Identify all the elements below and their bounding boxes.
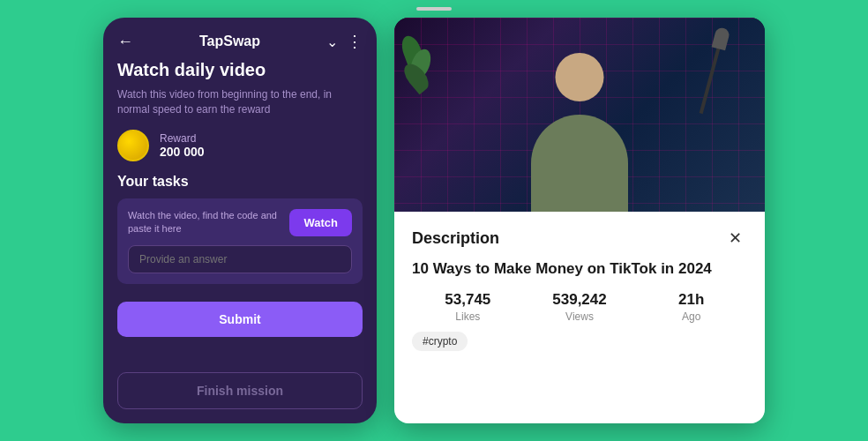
- ago-value: 21h: [635, 291, 747, 309]
- task-description: Watch the video, find the code and paste…: [128, 209, 281, 236]
- task-row: Watch the video, find the code and paste…: [128, 209, 352, 236]
- reward-box: Reward 200 000: [117, 130, 363, 161]
- menu-icon[interactable]: ⋮: [347, 32, 363, 51]
- video-title: 10 Ways to Make Money on TikTok in 2024: [412, 259, 747, 279]
- stat-likes: 53,745 Likes: [412, 291, 524, 323]
- back-button[interactable]: ←: [117, 33, 133, 51]
- reward-text: Reward 200 000: [160, 132, 205, 159]
- views-value: 539,242: [524, 291, 636, 309]
- finish-mission-button[interactable]: Finish mission: [117, 372, 363, 409]
- reward-amount: 200 000: [160, 145, 205, 159]
- page-title: Watch daily video: [117, 60, 363, 80]
- video-thumbnail: [394, 18, 765, 212]
- dropdown-icon[interactable]: ⌄: [326, 34, 338, 50]
- description-header: Description ✕: [412, 226, 747, 250]
- mobile-content: Watch daily video Watch this video from …: [103, 60, 377, 423]
- reward-label: Reward: [160, 132, 205, 145]
- mobile-header: ← TapSwap ⌄ ⋮: [103, 18, 377, 60]
- coin-icon: [117, 130, 149, 161]
- stats-row: 53,745 Likes 539,242 Views 21h Ago: [412, 291, 747, 323]
- page-subtitle: Watch this video from beginning to the e…: [117, 87, 363, 117]
- watch-button[interactable]: Watch: [289, 209, 352, 236]
- task-card: Watch the video, find the code and paste…: [117, 198, 363, 284]
- submit-button[interactable]: Submit: [117, 302, 363, 337]
- ago-label: Ago: [635, 310, 747, 323]
- description-panel: Description ✕ 10 Ways to Make Money on T…: [394, 212, 765, 423]
- plant-decoration: [403, 35, 438, 88]
- person-head: [556, 53, 604, 101]
- likes-value: 53,745: [412, 291, 524, 309]
- header-icons: ⌄ ⋮: [326, 32, 363, 51]
- description-title: Description: [412, 229, 499, 248]
- mobile-panel: ← TapSwap ⌄ ⋮ Watch daily video Watch th…: [103, 18, 377, 423]
- likes-label: Likes: [412, 310, 524, 323]
- answer-input[interactable]: [128, 245, 352, 273]
- stat-views: 539,242 Views: [524, 291, 636, 323]
- person-body: [531, 115, 628, 212]
- views-label: Views: [524, 310, 636, 323]
- person-in-video: [509, 44, 650, 212]
- right-panel: Description ✕ 10 Ways to Make Money on T…: [394, 18, 765, 423]
- tasks-section-title: Your tasks: [117, 174, 363, 190]
- stat-ago: 21h Ago: [635, 291, 747, 323]
- tag-crypto[interactable]: #crypto: [412, 332, 468, 351]
- main-container: ← TapSwap ⌄ ⋮ Watch daily video Watch th…: [0, 0, 868, 441]
- app-title: TapSwap: [199, 34, 260, 49]
- close-button[interactable]: ✕: [722, 226, 747, 250]
